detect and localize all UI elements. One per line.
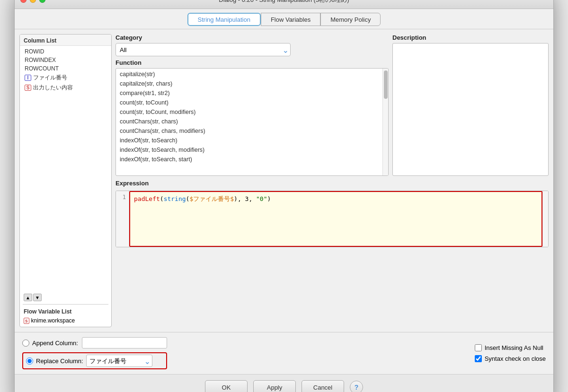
left-panel: Column List ROWID ROWINDEX ROWCOUNT I ファ… <box>19 34 112 327</box>
list-item[interactable]: capitalize(str, chars) <box>116 79 382 88</box>
function-list-container: capitalize(str) capitalize(str, chars) c… <box>115 68 389 176</box>
list-item[interactable]: ROWCOUNT <box>20 64 111 73</box>
description-box <box>392 43 549 176</box>
insert-missing-label: Insert Missing As Null <box>485 344 543 351</box>
controls-left: Append Column: Replace Column: ファイル番号 ⌃ <box>22 337 167 369</box>
expression-section: Expression 1 padLeft(string($ファイル番号$), 3… <box>115 180 549 247</box>
item-label: ROWCOUNT <box>25 65 59 72</box>
list-item[interactable]: ROWINDEX <box>20 56 111 64</box>
category-select[interactable]: All String Number Boolean Date <box>115 43 291 56</box>
append-column-row: Append Column: <box>22 337 167 348</box>
list-item[interactable]: I ファイル番号 <box>20 73 111 83</box>
flow-variable-section: Flow Variable List s knime.workspace <box>20 306 111 327</box>
separator <box>23 304 108 305</box>
ok-button[interactable]: OK <box>205 380 248 392</box>
append-column-text: Append Column: <box>32 340 78 347</box>
list-item[interactable]: indexOf(str, toSearch, modifiers) <box>116 145 382 155</box>
expr-scrollbar[interactable] <box>542 191 548 247</box>
flow-variable-header: Flow Variable List <box>24 308 107 315</box>
type-badge-s2: s <box>24 318 29 324</box>
list-item[interactable]: count(str, toCount, modifiers) <box>116 107 382 117</box>
category-select-wrapper: All String Number Boolean Date ⌃ <box>115 43 291 56</box>
expression-label: Expression <box>115 180 549 187</box>
insert-missing-row: Insert Missing As Null <box>475 344 543 351</box>
scrollbar-thumb <box>384 70 388 99</box>
list-item[interactable]: S 出力したい内容 <box>20 83 111 93</box>
append-column-input[interactable] <box>82 337 167 348</box>
append-column-radio[interactable] <box>22 340 29 347</box>
list-item[interactable]: indexOf(str, toSearch) <box>116 136 382 145</box>
help-button[interactable]: ? <box>350 381 363 392</box>
column-list-header: Column List <box>20 35 111 46</box>
description-label: Description <box>392 34 549 41</box>
item-label: 出力したい内容 <box>33 84 73 92</box>
flow-var-name: knime.workspace <box>31 317 75 324</box>
item-label: ファイル番号 <box>33 74 67 82</box>
append-column-label[interactable]: Append Column: <box>22 340 78 347</box>
scrollbar[interactable] <box>382 69 388 175</box>
center-panel: Category All String Number Boolean Date … <box>115 34 389 176</box>
type-badge-i: I <box>25 75 31 81</box>
expression-editor: 1 padLeft(string($ファイル番号$), 3, "0") <box>115 191 549 247</box>
traffic-lights <box>20 0 45 3</box>
scroll-up-button[interactable]: ▲ <box>24 294 32 301</box>
list-item[interactable]: indexOf(str, toSearch, start) <box>116 155 382 164</box>
list-item[interactable]: ROWID <box>20 47 111 56</box>
replace-column-text: Replace Column: <box>36 357 83 365</box>
replace-column-select[interactable]: ファイル番号 <box>86 355 152 367</box>
tab-flow-variables[interactable]: Flow Variables <box>261 13 320 26</box>
list-item[interactable]: count(str, toCount) <box>116 98 382 107</box>
list-item[interactable]: capitalize(str) <box>116 70 382 79</box>
list-item[interactable]: countChars(str, chars, modifiers) <box>116 126 382 136</box>
item-label: ROWINDEX <box>25 57 56 63</box>
content-area: Column List ROWID ROWINDEX ROWCOUNT I ファ… <box>15 29 553 332</box>
main-window: Dialog - 0:20 - String Manipulation (3桁の… <box>14 0 554 392</box>
description-panel: Description <box>392 34 549 176</box>
titlebar: Dialog - 0:20 - String Manipulation (3桁の… <box>15 0 553 9</box>
item-label: ROWID <box>25 48 44 55</box>
controls-right: Insert Missing As Null Syntax check on c… <box>475 344 546 362</box>
action-buttons-row: OK Apply Cancel ? <box>15 374 553 392</box>
line-numbers: 1 <box>116 191 129 247</box>
bottom-controls: Append Column: Replace Column: ファイル番号 ⌃ <box>15 332 553 374</box>
right-panel: Category All String Number Boolean Date … <box>115 34 549 327</box>
minimize-button[interactable] <box>30 0 36 3</box>
function-section: Function capitalize(str) capitalize(str,… <box>115 59 389 176</box>
scroll-controls: ▲ ▼ <box>20 293 111 302</box>
apply-button[interactable]: Apply <box>253 380 296 392</box>
category-section: Category All String Number Boolean Date … <box>115 34 389 56</box>
category-label: Category <box>115 34 389 41</box>
expression-input[interactable]: padLeft(string($ファイル番号$), 3, "0") <box>129 191 542 247</box>
list-item[interactable]: countChars(str, chars) <box>116 117 382 126</box>
line-number: 1 <box>123 194 126 200</box>
replace-select-wrapper: ファイル番号 ⌃ <box>86 355 152 367</box>
tab-string-manipulation[interactable]: String Manipulation <box>187 13 261 26</box>
top-row: Category All String Number Boolean Date … <box>115 34 549 176</box>
scroll-down-button[interactable]: ▼ <box>33 294 42 301</box>
replace-column-row: Replace Column: ファイル番号 ⌃ <box>22 352 167 369</box>
window-title: Dialog - 0:20 - String Manipulation (3桁の… <box>219 0 349 4</box>
tab-memory-policy[interactable]: Memory Policy <box>320 13 381 26</box>
insert-missing-checkbox[interactable] <box>475 344 482 351</box>
tab-bar: String Manipulation Flow Variables Memor… <box>15 9 553 29</box>
type-badge-s: S <box>25 85 31 91</box>
list-item[interactable]: compare(str1, str2) <box>116 88 382 98</box>
replace-column-radio[interactable] <box>26 357 33 365</box>
syntax-check-row: Syntax check on close <box>475 355 546 362</box>
maximize-button[interactable] <box>39 0 45 3</box>
close-button[interactable] <box>20 0 27 3</box>
syntax-check-label: Syntax check on close <box>485 355 546 362</box>
replace-column-label[interactable]: Replace Column: <box>26 357 83 365</box>
syntax-check-checkbox[interactable] <box>475 355 482 362</box>
cancel-button[interactable]: Cancel <box>302 380 344 392</box>
list-item[interactable]: s knime.workspace <box>24 316 107 325</box>
function-label: Function <box>115 59 389 66</box>
function-list[interactable]: capitalize(str) capitalize(str, chars) c… <box>116 69 382 175</box>
column-list: ROWID ROWINDEX ROWCOUNT I ファイル番号 S 出力したい… <box>20 46 111 293</box>
